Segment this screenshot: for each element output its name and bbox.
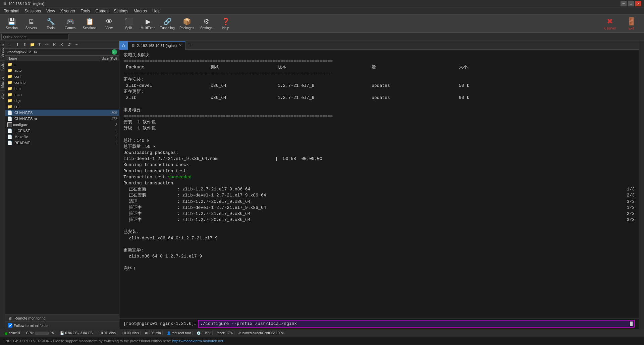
menu-view[interactable]: View [44, 7, 58, 14]
list-item[interactable]: 📄 CHANGES.ru 472 [5, 116, 119, 122]
list-item[interactable]: 📄 LICENSE 1 [5, 128, 119, 134]
list-item[interactable]: 📁 conf [5, 73, 119, 79]
file-new-folder-button[interactable]: 📁 [29, 42, 36, 48]
help-button[interactable]: ❓ Help [217, 16, 235, 32]
term-line: Running transaction test [123, 168, 635, 174]
sessions-button[interactable]: 📋 Sessions [80, 16, 99, 32]
sidebar-tab-sessions[interactable]: Sessions [0, 41, 5, 60]
upload-value: 0.01 Mb/s [101, 331, 116, 335]
packages-button[interactable]: 📦 Packages [178, 16, 196, 32]
term-line [123, 260, 635, 266]
list-item[interactable]: 📁 man [5, 92, 119, 98]
list-item[interactable]: 📄 README 1 [5, 140, 119, 146]
file-exec-icon: ⬛ [7, 122, 12, 127]
xserver-button[interactable]: ✖ X server [600, 16, 620, 32]
window-controls[interactable]: ─ □ ✕ [621, 1, 641, 6]
tunneling-button[interactable]: 🔗 Tunneling [158, 16, 176, 32]
file-upload-button[interactable]: ⬆ [21, 42, 28, 48]
disk-run-value: /run/media/root/CentOS: 100% [238, 331, 284, 335]
menu-tools[interactable]: Tools [78, 7, 93, 14]
file-refresh-button[interactable]: ↺ [66, 42, 72, 48]
file-rename-button[interactable]: R [51, 42, 58, 48]
sidebar-tab-sftp[interactable]: Sftp [0, 91, 5, 102]
view-label: View [105, 26, 113, 30]
cpu-progress-bar [35, 332, 49, 335]
menu-terminal[interactable]: Terminal [1, 7, 22, 14]
follow-terminal-checkbox[interactable] [8, 323, 12, 328]
games-button[interactable]: 🎮 Games [61, 16, 79, 32]
servers-button[interactable]: 🖥 Servers [22, 16, 40, 32]
home-button[interactable]: ⌂ [119, 41, 128, 50]
list-item[interactable]: 📁 contrib [5, 79, 119, 85]
file-panel: ↑ ⬇ ⬆ 📁 👁 ✏ R ✕ ↺ ⋯ ✓ Name Size (KB) 📁 .… [5, 41, 119, 329]
file-item-name: LICENSE [14, 129, 94, 133]
sidebar-tab-tools[interactable]: Tools [0, 60, 5, 74]
file-item-name: contrib [14, 80, 94, 84]
settings-label: Settings [200, 26, 212, 30]
list-item[interactable]: 📁 src [5, 104, 119, 110]
file-download-button[interactable]: ⬇ [14, 42, 21, 48]
mobaxterm-link[interactable]: https://mobaxterm.mobatek.net [172, 339, 223, 343]
file-doc-icon: 📄 [7, 128, 13, 133]
file-item-name: configure [13, 123, 94, 127]
file-path-input[interactable] [7, 50, 112, 54]
new-tab-button[interactable]: + [185, 41, 194, 50]
menu-help[interactable]: Help [150, 7, 163, 14]
menu-settings[interactable]: Settings [111, 7, 131, 14]
file-more-button[interactable]: ⋯ [73, 42, 80, 48]
close-button[interactable]: ✕ [635, 1, 641, 6]
view-button[interactable]: 👁 View [100, 16, 118, 32]
multiexec-button[interactable]: ▶ MultiExec [139, 16, 157, 32]
term-line: 总下载量：50 k [123, 144, 635, 150]
menu-games[interactable]: Games [93, 7, 111, 14]
minimize-button[interactable]: ─ [621, 1, 627, 6]
exit-icon: 🚪 [627, 17, 636, 26]
split-button[interactable]: ⬛ Split [119, 16, 138, 32]
list-item[interactable]: ⬛ configure 2 [5, 122, 119, 128]
folder-icon: 📁 [7, 104, 13, 109]
file-delete-button[interactable]: ✕ [58, 42, 65, 48]
menu-xserver[interactable]: X server [58, 7, 78, 14]
file-header: Name Size (KB) [5, 56, 119, 61]
list-item[interactable]: 📁 objs [5, 98, 119, 104]
maximize-button[interactable]: □ [628, 1, 634, 6]
split-label: Split [125, 26, 131, 30]
command-input[interactable] [200, 321, 630, 326]
follow-terminal-checkbox-label[interactable]: Follow terminal folder [8, 323, 49, 328]
file-item-name: README [14, 141, 94, 145]
term-line: 已安装: [123, 229, 635, 235]
games-icon: 🎮 [66, 17, 74, 25]
file-item-name: man [14, 93, 94, 97]
list-item[interactable]: 📄 CHANGES 309 [5, 110, 119, 116]
list-item[interactable]: 📄 Makefile 1 [5, 134, 119, 140]
quick-connect-input[interactable] [1, 34, 68, 40]
menu-sessions[interactable]: Sessions [22, 7, 44, 14]
term-line: 验证中 : zlib-1.2.7-21.el7_9.x86_64 2/3 [123, 211, 635, 217]
command-input-wrapper[interactable] [198, 320, 635, 328]
exit-button[interactable]: 🚪 Exit [621, 16, 641, 32]
list-item[interactable]: 📁 .. [5, 61, 119, 67]
packages-icon: 📦 [183, 17, 191, 25]
file-item-name: src [14, 105, 94, 109]
tab-close-button[interactable]: ✕ [179, 43, 182, 48]
folder-icon: 📁 [7, 62, 13, 67]
settings-button[interactable]: ⚙ Settings [197, 16, 215, 32]
menu-macros[interactable]: Macros [131, 7, 150, 14]
session-button[interactable]: 💾 Session [3, 16, 21, 32]
file-view-button[interactable]: 👁 [36, 42, 43, 48]
file-item-name: Makefile [14, 135, 94, 139]
status-download: ↓ 0.00 Mb/s [120, 331, 141, 335]
file-edit-button[interactable]: ✏ [44, 42, 50, 48]
time-icon: 🖥 [145, 331, 148, 335]
status-server-name: nginx01 [9, 331, 20, 335]
tools-button[interactable]: 🔧 Tools [42, 16, 60, 32]
col-package: Package [123, 64, 211, 70]
terminal-tab-1[interactable]: 🖥 2. 192.168.10.31 (nginx) ✕ [128, 41, 185, 50]
file-list: 📁 .. 📁 auto 📁 conf 📁 contrib 📁 [5, 61, 119, 314]
file-item-name: .. [14, 62, 94, 66]
sidebar-tab-macros[interactable]: Macros [0, 74, 5, 91]
list-item[interactable]: 📁 html [5, 85, 119, 92]
list-item[interactable]: 📁 auto [5, 67, 119, 73]
quick-connect-bar [0, 33, 644, 41]
file-up-button[interactable]: ↑ [7, 42, 13, 48]
